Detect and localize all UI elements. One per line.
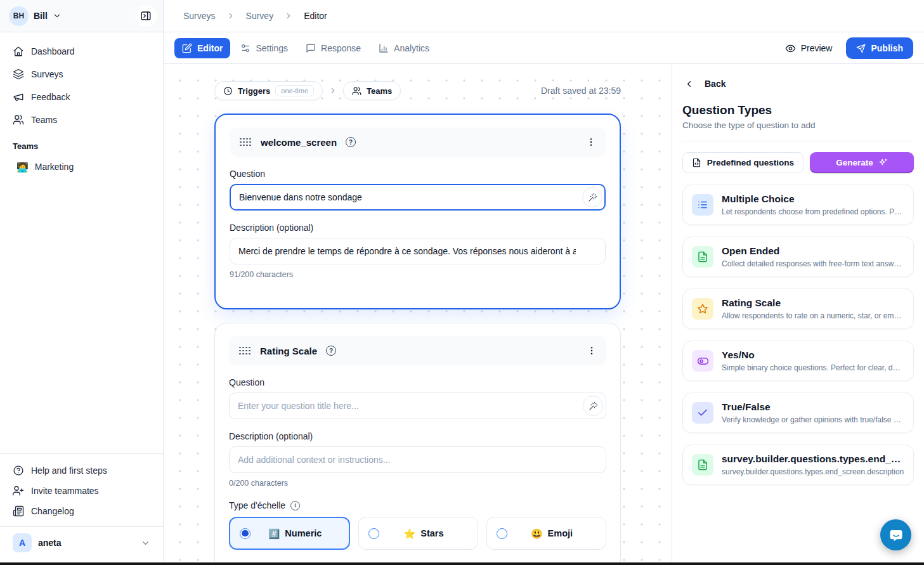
generate-button[interactable]: Generate: [810, 152, 914, 173]
panel-subtitle: Choose the type of question to add: [682, 120, 914, 141]
tab-label: Analytics: [394, 43, 429, 53]
question-type-title: survey.builder.questions.types.end_scr..…: [722, 453, 904, 465]
tab-label: Settings: [256, 43, 288, 53]
edit-icon: [182, 43, 192, 53]
sidebar-item-label: Changelog: [31, 506, 74, 516]
sidebar-nav: Dashboard Surveys Feedback Teams Teams 🧑…: [0, 32, 163, 176]
question-type-multiple-choice[interactable]: Multiple Choice Let respondents choose f…: [682, 185, 914, 225]
kebab-menu-icon[interactable]: [587, 346, 597, 356]
account-name: aneta: [38, 538, 62, 548]
question-type-title: Open Ended: [722, 245, 904, 257]
scale-option-emoji[interactable]: 😃 Emoji: [486, 517, 606, 550]
toggle-icon: [692, 350, 713, 372]
scale-option-numeric[interactable]: #️⃣ Numeric: [229, 517, 350, 550]
sidebar-item-marketing[interactable]: 🧑‍💻 Marketing: [8, 157, 155, 176]
help-icon[interactable]: ?: [326, 346, 336, 356]
draft-status: Draft saved at 23:59: [541, 86, 621, 96]
question-card-welcome-screen[interactable]: welcome_screen ? Question Description (o…: [214, 114, 621, 309]
scale-type-label: Type d'échelle: [229, 500, 285, 510]
breadcrumb-surveys[interactable]: Surveys: [183, 11, 216, 21]
sidebar-item-teams[interactable]: Teams: [8, 110, 155, 130]
question-title-input[interactable]: [230, 184, 606, 211]
megaphone-icon: [13, 91, 24, 103]
user-plus-icon: [13, 485, 24, 497]
message-icon: [306, 43, 316, 53]
breadcrumb-survey[interactable]: Survey: [246, 11, 274, 21]
sidebar-item-label: Teams: [31, 115, 57, 125]
question-type-description: Verify knowledge or gather opinions with…: [722, 415, 904, 424]
question-title-input[interactable]: [229, 393, 606, 419]
question-type-description: Collect detailed responses with free-for…: [722, 259, 904, 268]
breadcrumb-editor[interactable]: Editor: [304, 11, 327, 21]
star-icon: [692, 298, 713, 320]
sidebar-item-help[interactable]: Help and first steps: [8, 460, 155, 481]
question-type-end-screen[interactable]: survey.builder.questions.types.end_scr..…: [682, 445, 914, 485]
publish-button[interactable]: Publish: [846, 37, 913, 59]
magic-wand-icon[interactable]: [583, 396, 603, 416]
account-avatar: A: [13, 533, 32, 552]
teams-chip[interactable]: Teams: [343, 81, 401, 100]
help-icon[interactable]: ?: [346, 137, 356, 147]
sidebar-item-feedback[interactable]: Feedback: [8, 87, 155, 107]
sidebar-footer: Help and first steps Invite teammates Ch…: [0, 453, 163, 565]
workspace-switcher[interactable]: BH Bill: [0, 0, 163, 32]
tab-analytics[interactable]: Analytics: [371, 38, 437, 58]
drag-handle-icon[interactable]: [238, 346, 251, 356]
question-type-yes-no[interactable]: Yes/No Simple binary choice questions. P…: [682, 341, 914, 381]
tab-response[interactable]: Response: [298, 38, 368, 58]
back-button[interactable]: Back: [682, 79, 914, 89]
tab-editor[interactable]: Editor: [174, 38, 230, 58]
question-type-title: Rating Scale: [722, 297, 904, 309]
sidebar-item-surveys[interactable]: Surveys: [8, 64, 155, 84]
kebab-menu-icon[interactable]: [586, 137, 596, 147]
scale-type-options: #️⃣ Numeric ⭐ Stars 😃 Emoji: [229, 517, 606, 550]
chevron-left-icon: [684, 79, 694, 89]
team-label: Marketing: [35, 162, 74, 172]
sidebar-item-label: Help and first steps: [31, 465, 107, 476]
scale-option-stars[interactable]: ⭐ Stars: [358, 517, 478, 550]
chevron-right-icon: [329, 86, 337, 95]
radio-icon: [497, 528, 507, 539]
preview-button[interactable]: Preview: [785, 43, 833, 54]
chevron-down-icon: [53, 11, 62, 20]
description-field-label: Description (optional): [230, 223, 606, 233]
editor-toolbar: Editor Settings Response Analytics Previ…: [164, 33, 924, 64]
preview-label: Preview: [801, 43, 833, 53]
tab-settings[interactable]: Settings: [233, 38, 296, 58]
chevron-right-icon: [284, 11, 293, 20]
sidebar-collapse-icon[interactable]: [135, 5, 157, 27]
sidebar-item-changelog[interactable]: Changelog: [8, 501, 155, 521]
bar-chart-icon: [379, 43, 389, 53]
predefined-questions-label: Predefined questions: [707, 158, 794, 167]
workspace-name: Bill: [34, 11, 48, 21]
account-menu[interactable]: A aneta: [0, 526, 163, 560]
triggers-chip[interactable]: Triggers one-time: [214, 81, 323, 100]
drag-handle-icon[interactable]: [239, 138, 252, 147]
sidebar-item-dashboard[interactable]: Dashboard: [8, 41, 155, 62]
teams-chip-label: Teams: [367, 86, 392, 96]
sidebar-item-invite[interactable]: Invite teammates: [8, 481, 155, 501]
predefined-questions-button[interactable]: Predefined questions: [682, 152, 804, 173]
chevron-right-icon: [226, 11, 235, 20]
question-type-open-ended[interactable]: Open Ended Collect detailed responses wi…: [682, 237, 914, 277]
panel-title: Question Types: [682, 103, 914, 117]
question-type-true-false[interactable]: True/False Verify knowledge or gather op…: [682, 393, 914, 433]
question-description-input[interactable]: [229, 446, 606, 473]
sparkles-icon: [878, 158, 888, 167]
chevron-down-icon: [141, 538, 150, 548]
radio-checked-icon: [240, 528, 251, 539]
chat-widget-button[interactable]: [880, 519, 911, 550]
question-description-input[interactable]: [230, 238, 606, 264]
magic-wand-icon[interactable]: [582, 187, 602, 207]
chat-bubble-icon: [888, 527, 904, 543]
info-icon[interactable]: i: [290, 501, 300, 510]
tab-label: Editor: [197, 43, 223, 53]
clock-icon: [223, 86, 233, 96]
users-icon: [13, 114, 24, 126]
home-icon: [13, 46, 24, 57]
users-icon: [352, 86, 361, 96]
sidebar: BH Bill Dashboard Surveys Feedback Teams…: [0, 0, 164, 565]
question-type-description: Let respondents choose from predefined o…: [722, 207, 904, 216]
question-type-rating-scale[interactable]: Rating Scale Allow respondents to rate o…: [682, 289, 914, 329]
question-card-rating-scale[interactable]: Rating Scale ? Question Description (opt…: [214, 323, 621, 565]
